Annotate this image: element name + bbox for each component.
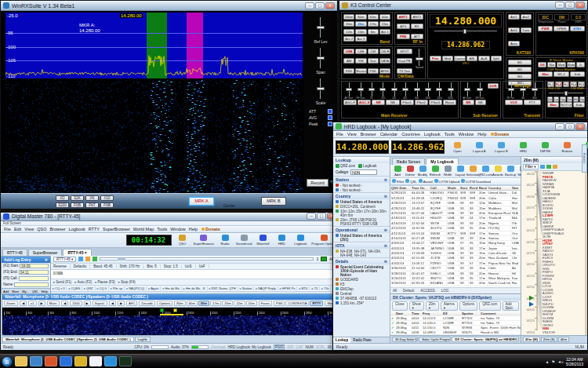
rtty-setting[interactable]: UsF [199, 264, 209, 268]
taskbar-app-icon[interactable] [104, 356, 117, 366]
option-button[interactable]: FNT [85, 202, 99, 208]
gain-slider[interactable] [379, 82, 386, 97]
mode-button[interactable]: CW-R [379, 49, 390, 54]
fl-button[interactable]: FL5 [578, 82, 585, 87]
rtty-setting[interactable]: Stop: 1.5 [164, 264, 182, 268]
wf-control[interactable]: x1 [28, 301, 36, 306]
tab-dx-cluster[interactable]: DX Cluster: Spots: VA2FSQ on HB9DRV-9 (D… [452, 337, 519, 342]
donate-menu-item[interactable]: Donate [201, 227, 220, 231]
mode-button[interactable]: PSK [274, 301, 285, 306]
logbook-toolbar-button[interactable]: Delete [405, 166, 416, 177]
main-rx-button[interactable]: NR [372, 100, 385, 105]
side-tab-rotator[interactable]: Rotator [582, 144, 587, 173]
close-button[interactable]: ✕ [325, 2, 335, 9]
cut-button[interactable]: LoCut [554, 97, 559, 102]
expand-icon[interactable]: ⊕ [384, 259, 387, 264]
if-nb-button[interactable]: Nar [547, 62, 556, 67]
wf-control[interactable]: ▶ [118, 301, 125, 306]
toolbar-button[interactable]: HRD [513, 142, 533, 153]
tab-solar-cycle[interactable]: Solar Cycle Progression [419, 337, 451, 342]
cut-button[interactable]: Dn [547, 97, 553, 102]
menu-item[interactable]: Countries [401, 132, 420, 137]
notch-button[interactable]: Sub [573, 102, 585, 107]
mode-button[interactable]: FM [355, 58, 366, 64]
dsp-nb-button[interactable]: Man [538, 71, 553, 77]
dm780-toolbar-button[interactable]: QSO [175, 235, 191, 246]
if-nb-button[interactable]: Med [557, 62, 565, 67]
menu-item[interactable]: Tools [445, 132, 455, 137]
menu-item[interactable]: Calendar [380, 132, 397, 137]
vfo-button[interactable]: A/B [466, 56, 478, 61]
section-header[interactable]: IOTA⊕ [333, 242, 390, 249]
kat500-button[interactable]: Ant1 [508, 14, 520, 20]
toolbar-button[interactable]: DM780 [535, 142, 555, 153]
hrd-titlebar[interactable]: HRD Logbook - [My Logbook] ─ ▢ ✕ [333, 122, 587, 131]
if-nb-button[interactable]: Off [538, 62, 546, 67]
section-header[interactable]: Operational⊕ [333, 227, 390, 233]
dm780-titlebar[interactable]: Digital Master 780 - [RTTY-45] ─ ▢ ✕ [1, 213, 339, 221]
mode-button[interactable]: AFSK A [379, 68, 390, 74]
gain-slider[interactable] [448, 82, 454, 97]
band-button[interactable]: 20m [198, 301, 209, 306]
gain-slider[interactable] [346, 82, 352, 97]
section-header[interactable]: Station⊕ [333, 177, 390, 183]
kpa500-button[interactable]: OPER [554, 26, 568, 31]
macro-button[interactable]: ▸CQ x 3 [53, 286, 67, 290]
main-rx-button[interactable]: AGC-S [358, 100, 371, 105]
cluster-toolbar-button[interactable]: Add Spot [503, 301, 519, 311]
att-checkbox[interactable] [328, 109, 332, 114]
maximize-button[interactable]: ▢ [565, 123, 575, 130]
macro-button[interactable]: ▸CQEN [68, 286, 82, 290]
logbook-toolbar-button[interactable]: QRZ.com [480, 166, 491, 177]
tx-button[interactable]: ▸Pause (F3) [95, 280, 115, 284]
wf-control[interactable]: ▶ [84, 301, 91, 306]
dm780-toolbar-button[interactable]: Logbook [292, 235, 308, 246]
band-button[interactable]: 6m [368, 29, 379, 35]
menu-item[interactable]: File [4, 227, 11, 231]
main-rx-button[interactable]: PSet1 [401, 100, 414, 105]
vfo-button[interactable]: Coarse [454, 56, 466, 61]
wf-control[interactable]: ◀ [109, 301, 116, 306]
gain-slider[interactable] [464, 82, 470, 97]
if-nb-button[interactable]: Wide [567, 62, 575, 67]
wf-control[interactable]: ◀ [20, 301, 27, 306]
bandmap-icon[interactable] [546, 165, 551, 169]
wf-control[interactable]: Zoom: [4, 301, 18, 306]
tx-slider[interactable] [520, 82, 526, 97]
cw-data-button[interactable]: SPOT [397, 49, 412, 54]
marker-a-button[interactable]: MRK A [189, 197, 214, 206]
taskbar-app-icon[interactable] [45, 356, 57, 366]
taskbar-app-icon[interactable] [89, 356, 102, 366]
logbook-toolbar-button[interactable]: Add [392, 166, 403, 177]
tab-20m-main[interactable]: 20m (M) [523, 337, 540, 342]
wf-control[interactable]: Signal: [93, 301, 107, 306]
section-header[interactable]: Country⊕ [333, 193, 390, 199]
band-button[interactable]: Ant 1 [379, 29, 390, 35]
wf-control[interactable]: ◀ [61, 301, 68, 306]
taskbar-app-icon[interactable] [74, 356, 87, 366]
menu-item[interactable]: Logbook [69, 227, 85, 231]
option-button[interactable]: I/N [85, 195, 99, 201]
band-button[interactable]: 40m [379, 14, 390, 20]
tx-button[interactable]: ▸Stop (F4) [118, 280, 136, 284]
cluster-toolbar-button[interactable]: 20m ▾ [426, 301, 439, 311]
macro-button[interactable]: ▸Station [240, 286, 254, 290]
kpa500-button[interactable]: PWR [538, 26, 553, 31]
fl-button[interactable]: FL3 [563, 82, 570, 87]
band-button[interactable]: 60m [368, 14, 379, 20]
expand-icon[interactable]: ⊕ [384, 177, 387, 182]
cw-data-button[interactable]: Dual PB [397, 58, 412, 64]
logbook-toolbar-button[interactable]: Award [419, 179, 433, 184]
rx-marker[interactable] [160, 308, 164, 312]
if-nb-button[interactable]: 0 [576, 62, 585, 67]
cluster-toolbar-button[interactable]: Show ▾ [409, 301, 424, 311]
cluster-toolbar-button[interactable]: Options [459, 301, 478, 311]
option-button[interactable]: I/O [56, 195, 69, 201]
gain-slider[interactable] [436, 82, 442, 97]
logbook-toolbar-button[interactable]: QSL [405, 179, 416, 184]
action-center-icon[interactable]: ⚑ [552, 359, 555, 364]
macro-button[interactable]: ▸BTU [299, 286, 310, 290]
minimize-button[interactable]: ─ [555, 2, 564, 9]
waterfall-display[interactable] [5, 80, 303, 193]
marker-b-button[interactable]: MRK B [261, 197, 286, 206]
